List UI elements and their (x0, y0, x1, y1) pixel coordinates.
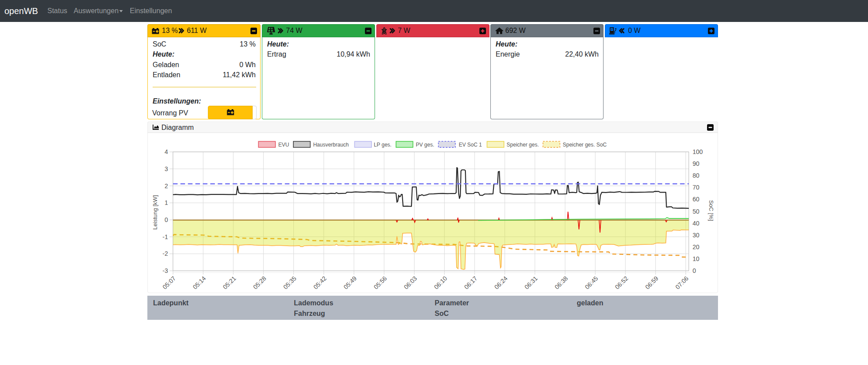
svg-text:PV ges.: PV ges. (416, 142, 434, 148)
svg-text:10: 10 (693, 255, 700, 262)
svg-text:05:28: 05:28 (252, 275, 268, 290)
svg-text:100: 100 (693, 148, 703, 155)
svg-text:Leistung [kW]: Leistung [kW] (152, 195, 158, 230)
svg-text:06:38: 06:38 (553, 275, 569, 290)
svg-text:05:35: 05:35 (282, 275, 298, 290)
svg-text:05:21: 05:21 (221, 275, 237, 290)
svg-text:06:59: 06:59 (644, 275, 660, 290)
svg-text:05:49: 05:49 (342, 275, 358, 290)
svg-text:06:45: 06:45 (583, 275, 599, 290)
svg-text:50: 50 (693, 208, 700, 215)
svg-text:80: 80 (693, 172, 700, 179)
svg-text:1: 1 (164, 199, 168, 206)
svg-text:Speicher ges.: Speicher ges. (507, 142, 539, 148)
svg-text:05:14: 05:14 (191, 275, 207, 290)
svg-text:-1: -1 (163, 233, 168, 240)
svg-text:06:31: 06:31 (523, 275, 539, 290)
svg-text:20: 20 (693, 243, 700, 250)
svg-text:05:42: 05:42 (312, 275, 328, 290)
svg-text:Speicher ges. SoC: Speicher ges. SoC (563, 142, 607, 148)
svg-text:EV SoC 1: EV SoC 1 (459, 142, 482, 148)
svg-text:07:06: 07:06 (674, 275, 690, 290)
svg-text:05:07: 05:07 (161, 275, 177, 290)
svg-text:60: 60 (693, 196, 700, 203)
svg-text:06:24: 06:24 (493, 275, 509, 290)
svg-text:06:10: 06:10 (432, 275, 448, 290)
svg-text:90: 90 (693, 160, 700, 167)
svg-text:06:03: 06:03 (403, 275, 418, 290)
svg-text:05:56: 05:56 (372, 275, 388, 290)
svg-text:06:17: 06:17 (463, 275, 479, 290)
svg-text:Hausverbrauch: Hausverbrauch (313, 142, 349, 148)
svg-text:EVU: EVU (278, 142, 289, 148)
svg-text:06:52: 06:52 (614, 275, 629, 290)
svg-text:70: 70 (693, 184, 700, 191)
svg-text:LP ges.: LP ges. (374, 142, 391, 148)
svg-text:-3: -3 (163, 267, 168, 274)
svg-text:3: 3 (164, 165, 168, 172)
svg-text:SoC [%]: SoC [%] (708, 200, 714, 221)
svg-text:40: 40 (693, 220, 700, 227)
svg-text:0: 0 (164, 216, 168, 223)
svg-text:30: 30 (693, 232, 700, 239)
svg-text:0: 0 (693, 267, 696, 274)
svg-text:-2: -2 (163, 250, 168, 257)
svg-text:4: 4 (164, 148, 168, 155)
svg-text:2: 2 (164, 182, 168, 190)
